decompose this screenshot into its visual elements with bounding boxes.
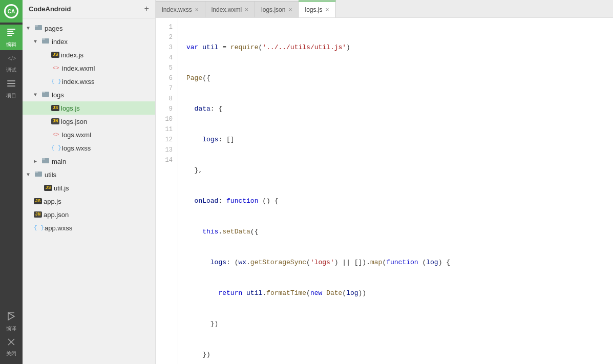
debug-label: 调试 (6, 67, 16, 74)
close-label: 关闭 (6, 350, 16, 357)
activity-item-edit[interactable]: 编辑 (0, 25, 23, 50)
code-content: var util = require('../../utils/util.js'… (178, 18, 613, 364)
arrow-pages: ▼ (27, 26, 34, 31)
editor-area: index.wxss × index.wxml × logs.json × lo… (156, 0, 613, 364)
file-tree: ▼ pages ▼ index JS index.js <> index.wxm… (23, 18, 155, 238)
folder-icon-logs (41, 90, 50, 99)
line-num-11: 11 (161, 124, 173, 135)
tab-close-index-wxml[interactable]: × (245, 7, 248, 13)
activity-item-compile[interactable]: 编译 (0, 309, 23, 334)
tree-item-logs-js[interactable]: JS logs.js (23, 101, 155, 115)
label-index-wxml: index.wxml (62, 65, 95, 72)
tree-item-index[interactable]: ▼ index (23, 35, 155, 48)
svg-rect-7 (7, 80, 15, 81)
label-app-json: app.json (44, 211, 69, 219)
tree-item-logs-wxml[interactable]: <> logs.wxml (23, 128, 155, 141)
js-icon-util: JS (44, 185, 52, 191)
arrow-index: ▼ (34, 39, 41, 45)
line-num-3: 3 (161, 42, 173, 53)
activity-bottom: 编译 关闭 (0, 309, 23, 364)
line-num-2: 2 (161, 32, 173, 42)
tree-item-app-wxss[interactable]: { } app.wxss (23, 221, 155, 234)
svg-rect-3 (7, 31, 13, 32)
folder-icon-utils (34, 170, 43, 179)
code-line-4: logs: [] (186, 135, 613, 145)
tree-item-app-json[interactable]: JN app.json (23, 208, 155, 221)
activity-item-project[interactable]: 项目 (0, 76, 23, 101)
tree-item-index-wxml[interactable]: <> index.wxml (23, 61, 155, 75)
label-logs: logs (52, 91, 64, 99)
add-button[interactable]: + (144, 5, 149, 13)
label-util-js: util.js (54, 184, 69, 192)
tree-item-pages[interactable]: ▼ pages (23, 22, 155, 35)
compile-label: 编译 (6, 325, 16, 332)
svg-rect-9 (7, 85, 15, 87)
label-logs-wxss: logs.wxss (62, 144, 91, 152)
svg-rect-17 (42, 38, 45, 40)
wxss-icon-index: { } (51, 78, 60, 84)
label-app-wxss: app.wxss (45, 224, 72, 232)
code-line-9: return util.formatTime(new Date(log)) (186, 288, 613, 298)
line-num-7: 7 (161, 83, 173, 94)
svg-rect-5 (7, 35, 12, 36)
line-num-4: 4 (161, 53, 173, 63)
svg-rect-23 (35, 172, 38, 173)
line-num-10: 10 (161, 114, 173, 124)
code-editor[interactable]: 1 2 3 4 5 6 7 8 9 10 11 12 13 14 var uti… (156, 18, 613, 364)
code-line-1: var util = require('../../utils/util.js'… (186, 42, 613, 53)
wxml-icon-logs: <> (51, 132, 60, 138)
label-index-wxss: index.wxss (62, 78, 95, 85)
wxml-icon-index: <> (51, 65, 60, 71)
edit-icon (6, 27, 16, 39)
sidebar: CodeAndroid + ▼ pages ▼ index JS index.j… (23, 0, 156, 364)
activity-item-debug[interactable]: </> 调试 (0, 50, 23, 76)
label-index-js: index.js (61, 51, 83, 59)
code-line-10: }) (186, 319, 613, 329)
tab-index-wxss[interactable]: index.wxss × (156, 1, 205, 17)
tab-close-logs-js[interactable]: × (325, 7, 329, 13)
tab-label-index-wxml: index.wxml (212, 6, 242, 13)
svg-rect-21 (42, 158, 45, 160)
line-num-9: 9 (161, 104, 173, 114)
tab-close-index-wxss[interactable]: × (195, 7, 199, 13)
tree-item-app-js[interactable]: JS app.js (23, 195, 155, 208)
label-logs-wxml: logs.wxml (62, 131, 91, 139)
tab-close-logs-json[interactable]: × (288, 7, 292, 13)
tree-item-index-js[interactable]: JS index.js (23, 48, 155, 61)
tab-label-index-wxss: index.wxss (162, 6, 192, 13)
code-line-3: data: { (186, 104, 613, 114)
js-icon-app: JS (34, 198, 42, 204)
label-main: main (52, 158, 66, 165)
arrow-logs: ▼ (34, 92, 41, 98)
tab-logs-js[interactable]: logs.js × (299, 1, 335, 17)
tab-logs-json[interactable]: logs.json × (255, 1, 299, 17)
wxss-icon-logs: { } (51, 145, 60, 151)
project-icon (6, 78, 16, 91)
svg-rect-4 (7, 33, 14, 34)
folder-icon-pages (34, 24, 43, 33)
tree-item-logs-json[interactable]: JN logs.json (23, 115, 155, 128)
svg-rect-8 (7, 83, 15, 84)
tree-item-util-js[interactable]: JS util.js (23, 181, 155, 195)
close-icon (7, 337, 16, 349)
activity-item-close[interactable]: 关闭 (0, 334, 23, 360)
project-label: 项目 (6, 92, 16, 99)
tree-item-utils[interactable]: ▼ utils (23, 168, 155, 181)
line-num-14: 14 (161, 155, 173, 165)
tree-item-logs-wxss[interactable]: { } logs.wxss (23, 141, 155, 155)
code-line-2: Page({ (186, 73, 613, 83)
label-logs-json: logs.json (61, 118, 87, 125)
edit-label: 编辑 (6, 41, 16, 48)
tree-item-index-wxss[interactable]: { } index.wxss (23, 75, 155, 88)
tree-item-logs[interactable]: ▼ logs (23, 88, 155, 101)
code-line-8: logs: (wx.getStorageSync('logs') || []).… (186, 258, 613, 268)
wxss-icon-app: { } (34, 225, 43, 231)
tab-index-wxml[interactable]: index.wxml × (205, 1, 255, 17)
label-index: index (52, 38, 68, 46)
line-num-6: 6 (161, 73, 173, 83)
svg-text:</>: </> (8, 55, 16, 62)
tab-label-logs-js: logs.js (305, 6, 322, 13)
activity-bar: CA 编辑 </> 调试 (0, 0, 23, 364)
tree-item-main[interactable]: ▶ main (23, 155, 155, 168)
tab-label-logs-json: logs.json (261, 6, 285, 13)
